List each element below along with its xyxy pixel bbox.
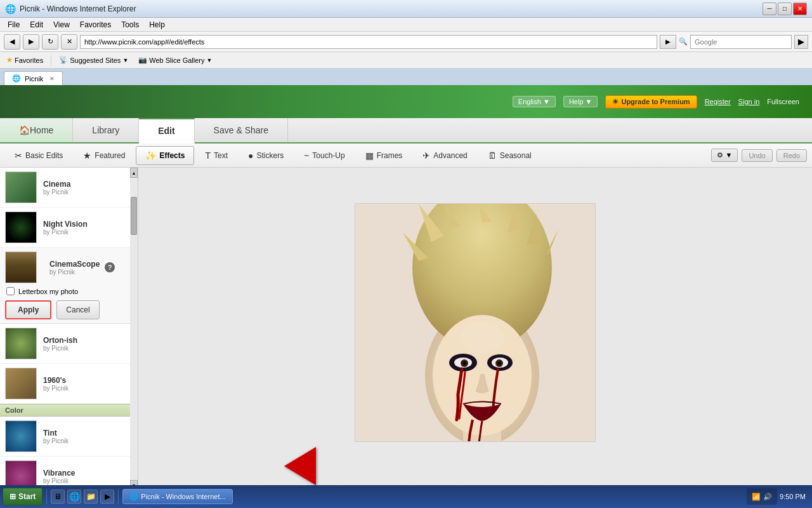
forward-button[interactable]: ▶: [23, 34, 39, 50]
text-label: Text: [214, 151, 228, 160]
letterbox-checkbox[interactable]: [6, 287, 15, 295]
signin-link[interactable]: Sign in: [738, 98, 760, 105]
arrow-shape: [284, 447, 316, 485]
canvas-area: [138, 168, 812, 490]
maximize-button[interactable]: □: [778, 3, 792, 15]
effect-name: 1960's: [43, 376, 69, 385]
list-item[interactable]: Cinema by Picnik: [0, 168, 131, 208]
stickers-icon: ●: [248, 150, 253, 161]
help-button[interactable]: Help ▼: [563, 96, 598, 107]
help-badge[interactable]: ?: [105, 262, 115, 272]
gear-button[interactable]: ⚙ ▼: [711, 149, 738, 162]
list-item[interactable]: Night Vision by Picnik: [0, 208, 131, 248]
svg-point-18: [462, 361, 466, 365]
minimize-button[interactable]: ─: [763, 3, 776, 15]
menu-view[interactable]: View: [48, 19, 75, 30]
edit-tab-stickers[interactable]: ● Stickers: [239, 146, 293, 165]
menu-tools[interactable]: Tools: [116, 19, 144, 30]
tab-saveshare[interactable]: Save & Share: [195, 118, 288, 142]
edit-tab-seasonal[interactable]: 🗓 Seasonal: [478, 146, 541, 165]
fullscreen-button[interactable]: Fullscreen: [767, 98, 799, 105]
close-button[interactable]: ✕: [793, 3, 807, 15]
start-button[interactable]: ⊞ Start: [3, 488, 43, 505]
suggested-label: Suggested Sites: [70, 57, 121, 64]
suggested-sites-button[interactable]: 📡 Suggested Sites ▼: [56, 55, 131, 65]
list-item[interactable]: Orton-ish by Picnik: [0, 324, 131, 364]
edit-tab-text[interactable]: T Text: [195, 146, 237, 165]
red-arrow: [284, 447, 316, 485]
list-item[interactable]: Tint by Picnik: [0, 417, 131, 457]
menu-help[interactable]: Help: [144, 19, 170, 30]
edit-toolbar: ✂ Basic Edits ★ Featured ✨ Effects T Tex…: [0, 144, 812, 168]
menu-edit[interactable]: Edit: [25, 19, 48, 30]
tab-close-button[interactable]: ✕: [49, 76, 55, 82]
apply-cancel-row: Apply Cancel: [5, 300, 126, 319]
seasonal-icon: 🗓: [488, 150, 497, 161]
edit-tab-touchup[interactable]: ~ Touch-Up: [294, 146, 355, 165]
seasonal-label: Seasonal: [500, 151, 532, 160]
edit-tab-basicedits[interactable]: ✂ Basic Edits: [5, 146, 72, 165]
go-button[interactable]: ▶: [660, 35, 676, 49]
upgrade-button[interactable]: ☀ Upgrade to Premium: [605, 95, 697, 109]
media-taskbar-icon[interactable]: ▶: [100, 490, 114, 504]
suggested-arrow: ▼: [122, 57, 128, 64]
scroll-track: [130, 178, 138, 480]
effect-name: Cinema: [43, 180, 70, 189]
tab-home[interactable]: 🏠 Home: [0, 118, 73, 142]
effect-name: Orton-ish: [43, 336, 77, 345]
menu-file[interactable]: File: [3, 19, 25, 30]
search-go-button[interactable]: ▶: [794, 35, 808, 49]
browser-tab-picnik[interactable]: 🌐 Picnik ✕: [4, 71, 63, 85]
menu-favorites[interactable]: Favorites: [75, 19, 116, 30]
volume-icon: 🔊: [763, 493, 772, 501]
back-button[interactable]: ◀: [4, 34, 20, 50]
effect-info: Tint by Picnik: [43, 429, 69, 444]
star-icon: ★: [6, 56, 13, 64]
language-button[interactable]: English ▼: [513, 96, 556, 107]
effect-thumb-tint: [5, 420, 37, 452]
windows-icon: ⊞: [10, 492, 16, 501]
effect-by: by Picnik: [43, 345, 77, 352]
redo-button[interactable]: Redo: [776, 149, 807, 162]
tab-home-label: Home: [30, 125, 53, 135]
edit-tab-frames[interactable]: ▦ Frames: [356, 146, 412, 165]
frames-label: Frames: [377, 151, 403, 160]
effects-icon: ✨: [145, 150, 156, 161]
webslice-button[interactable]: 📷 Web Slice Gallery ▼: [136, 55, 214, 65]
list-item[interactable]: 1960's by Picnik: [0, 364, 131, 404]
explorer-taskbar-icon[interactable]: 📁: [84, 490, 98, 504]
edit-tab-featured[interactable]: ★ Featured: [74, 146, 134, 165]
cinemascope-header[interactable]: CinemaScope by Picnik ?: [5, 251, 126, 283]
address-input[interactable]: [80, 35, 657, 49]
ie-taskbar-icon[interactable]: 🌐: [67, 490, 81, 504]
ie-window-label: Picnik - Windows Internet...: [141, 493, 225, 500]
tab-library[interactable]: Library: [73, 118, 139, 142]
svg-point-20: [460, 321, 504, 353]
refresh-button[interactable]: ↻: [42, 34, 58, 50]
undo-button[interactable]: Undo: [742, 149, 772, 162]
touchup-icon: ~: [304, 150, 309, 161]
apply-button[interactable]: Apply: [5, 300, 51, 319]
effect-info: Cinema by Picnik: [43, 180, 70, 196]
register-link[interactable]: Register: [705, 98, 731, 105]
search-input[interactable]: [690, 35, 792, 49]
tab-edit[interactable]: Edit: [139, 118, 194, 144]
ie-icon: 🌐: [5, 4, 16, 14]
ie-window-taskbar-item[interactable]: 🌐 Picnik - Windows Internet...: [122, 489, 232, 504]
edit-tab-effects[interactable]: ✨ Effects: [136, 146, 194, 165]
scroll-thumb[interactable]: [131, 197, 137, 235]
effect-name: Tint: [43, 429, 69, 438]
stop-button[interactable]: ✕: [61, 34, 77, 50]
fav-divider: [51, 55, 51, 65]
effect-thumb-1960s: [5, 368, 37, 399]
title-bar: 🌐 Picnik - Windows Internet Explorer ─ □…: [0, 0, 812, 18]
scroll-up-button[interactable]: ▲: [130, 168, 138, 178]
edit-tab-advanced[interactable]: ✈ Advanced: [413, 146, 476, 165]
tab-library-label: Library: [92, 125, 119, 135]
effect-name: CinemaScope: [49, 260, 100, 269]
cancel-button[interactable]: Cancel: [56, 300, 99, 319]
show-desktop-button[interactable]: 🖥: [51, 490, 65, 504]
photo-container: [355, 203, 596, 442]
desktop-icon: 🖥: [54, 492, 62, 501]
favorites-button[interactable]: ★ Favorites: [4, 55, 46, 65]
